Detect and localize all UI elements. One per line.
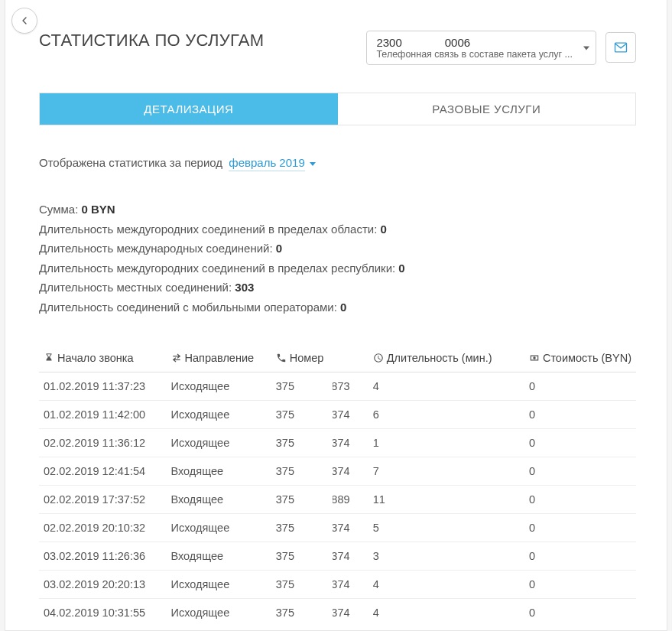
summary-label: Длительность междугородних соединений в … xyxy=(39,223,380,236)
cell-cost: 0 xyxy=(524,486,636,514)
summary-block: Сумма: 0 BYNДлительность междугородних с… xyxy=(39,200,636,317)
cell-cost: 0 xyxy=(524,457,636,486)
summary-row: Длительность международных соединений: 0 xyxy=(39,239,636,259)
swap-icon xyxy=(171,353,182,363)
table-row: 02.02.2019 17:37:52Входящее375 889110 xyxy=(39,486,636,514)
cell-direction: Исходящее xyxy=(167,401,271,429)
cell-duration: 11 xyxy=(368,486,524,514)
table-row: 02.02.2019 12:41:54Входящее375 37470 xyxy=(39,457,636,486)
summary-label: Сумма: xyxy=(39,203,81,216)
cell-cost: 0 xyxy=(524,542,636,571)
col-header-duration-label: Длительность (мин.) xyxy=(387,352,492,364)
summary-value: 0 xyxy=(276,242,282,255)
cell-number: 375 374 xyxy=(271,401,368,429)
back-button[interactable] xyxy=(11,8,37,34)
cell-cost: 0 xyxy=(524,429,636,457)
period-row: Отображена статистика за период февраль … xyxy=(39,156,636,169)
account-prefix: 2300 xyxy=(376,36,401,49)
col-header-direction-label: Направление xyxy=(185,352,255,364)
caret-down-icon xyxy=(310,162,316,166)
summary-value: 0 xyxy=(340,301,346,314)
number-prefix: 375 xyxy=(276,522,294,534)
number-prefix: 375 xyxy=(276,607,294,619)
cell-start: 01.02.2019 11:42:00 xyxy=(39,401,167,429)
tabs: ДЕТАЛИЗАЦИЯ РАЗОВЫЕ УСЛУГИ xyxy=(39,93,636,125)
cell-duration: 4 xyxy=(368,599,524,627)
cell-duration: 7 xyxy=(368,457,524,486)
summary-label: Длительность междугородних соединений в … xyxy=(39,262,398,275)
page-title: СТАТИСТИКА ПО УСЛУГАМ xyxy=(39,31,264,50)
cell-start: 02.02.2019 12:41:54 xyxy=(39,457,167,486)
col-header-start: Начало звонка xyxy=(39,344,167,372)
cell-start: 01.02.2019 11:37:23 xyxy=(39,372,167,401)
period-selector[interactable]: февраль 2019 xyxy=(229,156,304,171)
number-prefix: 375 xyxy=(276,437,294,449)
number-suffix: 873 xyxy=(331,380,349,392)
number-suffix: 374 xyxy=(331,437,349,449)
cell-cost: 0 xyxy=(524,372,636,401)
table-row: 01.02.2019 11:37:23Исходящее375 87340 xyxy=(39,372,636,401)
table-row: 02.02.2019 20:10:32Исходящее375 37450 xyxy=(39,514,636,542)
number-mask xyxy=(296,377,333,394)
arrow-left-icon xyxy=(18,15,31,27)
table-row: 01.02.2019 11:42:00Исходящее375 37460 xyxy=(39,401,636,429)
cell-direction: Входящее xyxy=(167,457,271,486)
cell-number: 375 374 xyxy=(271,571,368,599)
number-mask xyxy=(296,519,333,535)
summary-value: 0 xyxy=(380,223,386,236)
cell-direction: Входящее xyxy=(167,542,271,571)
cell-duration: 4 xyxy=(368,372,524,401)
number-mask xyxy=(296,462,333,479)
cell-start: 02.02.2019 11:36:12 xyxy=(39,429,167,457)
number-mask xyxy=(296,490,333,507)
mail-button[interactable] xyxy=(605,32,636,63)
summary-row: Длительность местных соединений: 303 xyxy=(39,278,636,298)
cell-duration: 4 xyxy=(368,571,524,599)
cell-start: 04.02.2019 10:31:55 xyxy=(39,599,167,627)
summary-value: 0 BYN xyxy=(81,203,115,216)
cell-number: 375 374 xyxy=(271,429,368,457)
col-header-number: Номер xyxy=(271,344,368,372)
number-prefix: 375 xyxy=(276,465,294,477)
period-label: Отображена статистика за период xyxy=(39,156,222,169)
number-prefix: 375 xyxy=(276,578,294,590)
number-suffix: 374 xyxy=(331,607,349,619)
cell-direction: Исходящее xyxy=(167,599,271,627)
cell-duration: 6 xyxy=(368,401,524,429)
tab-detalization[interactable]: ДЕТАЛИЗАЦИЯ xyxy=(40,93,338,125)
cell-cost: 0 xyxy=(524,599,636,627)
number-suffix: 374 xyxy=(331,550,349,562)
account-number: 23000006 xyxy=(376,36,573,49)
col-header-cost-label: Стоимость (BYN) xyxy=(543,352,631,364)
tab-one-time-services[interactable]: РАЗОВЫЕ УСЛУГИ xyxy=(338,93,636,125)
cell-direction: Входящее xyxy=(167,486,271,514)
mail-icon xyxy=(613,40,628,55)
number-prefix: 375 xyxy=(276,550,294,562)
col-header-duration: Длительность (мин.) xyxy=(368,344,524,372)
account-mask xyxy=(402,37,445,49)
cell-number: 375 374 xyxy=(271,514,368,542)
cell-number: 375 873 xyxy=(271,372,368,401)
col-header-start-label: Начало звонка xyxy=(57,352,134,364)
number-prefix: 375 xyxy=(276,408,294,421)
col-header-direction: Направление xyxy=(167,344,271,372)
summary-row: Длительность междугородних соединений в … xyxy=(39,220,636,239)
account-selector[interactable]: 23000006 Телефонная связь в составе паке… xyxy=(366,31,596,65)
number-mask xyxy=(296,405,333,422)
cell-cost: 0 xyxy=(524,514,636,542)
number-mask xyxy=(296,434,333,450)
number-mask xyxy=(296,547,333,564)
number-mask xyxy=(296,603,333,620)
summary-label: Длительность местных соединений: xyxy=(39,281,235,294)
cell-duration: 3 xyxy=(368,542,524,571)
table-row: 03.02.2019 20:20:13Исходящее375 37440 xyxy=(39,571,636,599)
cell-cost: 0 xyxy=(524,571,636,599)
summary-row: Длительность соединений с мобильными опе… xyxy=(39,298,636,317)
cell-duration: 1 xyxy=(368,429,524,457)
cell-number: 375 374 xyxy=(271,457,368,486)
cell-start: 03.02.2019 11:26:36 xyxy=(39,542,167,571)
number-suffix: 889 xyxy=(331,493,349,506)
cell-number: 375 374 xyxy=(271,542,368,571)
cell-start: 03.02.2019 20:20:13 xyxy=(39,571,167,599)
calls-table: Начало звонка Направление Номер xyxy=(39,344,636,626)
